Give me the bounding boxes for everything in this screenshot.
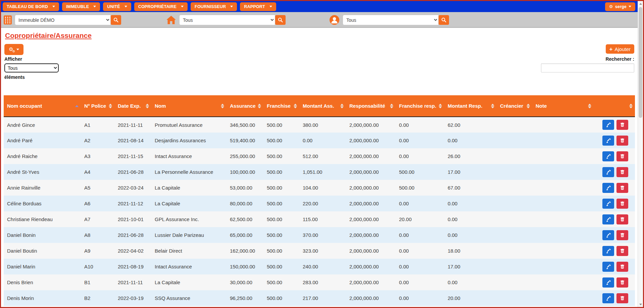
- trash-icon: [620, 280, 625, 285]
- length-select[interactable]: Tous: [4, 63, 59, 72]
- cell-montant-resp: 0.00: [444, 196, 497, 211]
- header-franchise[interactable]: Franchise: [263, 95, 299, 117]
- nav-rapport[interactable]: RAPPORT: [240, 2, 276, 11]
- trash-icon: [620, 186, 625, 190]
- cell-responsabilite: 2,000,000.00: [346, 211, 396, 227]
- length-label-before: Afficher: [4, 56, 59, 62]
- edit-button[interactable]: [602, 199, 614, 209]
- cell-nom-occupant: Daniel Boutin: [4, 243, 81, 259]
- header-franchise-resp[interactable]: Franchise resp.: [396, 95, 444, 117]
- header-note[interactable]: Note: [532, 95, 594, 117]
- cell-responsabilite: 2,000,000.00: [346, 227, 396, 243]
- delete-button[interactable]: [616, 293, 628, 303]
- header-actions[interactable]: [594, 95, 635, 117]
- header-date-exp[interactable]: Date Exp.: [114, 95, 151, 117]
- scroll-up-arrow[interactable]: [638, 1, 643, 6]
- cell-montant-ass: 370.00: [299, 227, 346, 243]
- header-no-police[interactable]: N° Police: [81, 95, 114, 117]
- edit-button[interactable]: [602, 167, 614, 177]
- cell-creancier: [497, 164, 532, 180]
- header-montant-ass[interactable]: Montant Ass.: [299, 95, 346, 117]
- cell-no-police: A5: [81, 180, 114, 196]
- cell-montant-resp: 0.00: [444, 133, 497, 148]
- trash-icon: [620, 233, 625, 238]
- nav-coproprietaire[interactable]: COPROPRIÉTAIRE: [134, 2, 188, 11]
- nav-label: RAPPORT: [244, 4, 265, 9]
- cell-franchise-resp: 20.00: [396, 211, 444, 227]
- vertical-scrollbar[interactable]: [638, 1, 643, 307]
- nav-label: COPROPRIÉTAIRE: [138, 4, 177, 9]
- cell-no-police: A7: [81, 211, 114, 227]
- header-montant-resp[interactable]: Montant Resp.: [444, 95, 497, 117]
- cell-montant-resp: 62.00: [444, 117, 497, 133]
- nav-tableau-de-bord[interactable]: TABLEAU DE BORD: [3, 2, 59, 11]
- cell-note: [532, 117, 594, 133]
- delete-button[interactable]: [616, 246, 628, 256]
- delete-button[interactable]: [616, 230, 628, 240]
- cell-nom-occupant: Annie Rainville: [4, 180, 81, 196]
- building-search-button[interactable]: [111, 15, 121, 25]
- delete-button[interactable]: [616, 136, 628, 146]
- unit-select[interactable]: Tous: [180, 15, 275, 25]
- trash-icon: [620, 264, 625, 269]
- cell-nom: Desjardins Assurances: [151, 133, 227, 148]
- header-creancier[interactable]: Créancier: [497, 95, 532, 117]
- scroll-down-arrow[interactable]: [638, 302, 643, 307]
- delete-button[interactable]: [616, 199, 628, 209]
- cell-nom-occupant: André St-Yves: [4, 164, 81, 180]
- cell-assurance: 96,250.00: [227, 290, 263, 306]
- cell-date-exp: 2021-06-28: [114, 164, 151, 180]
- delete-button[interactable]: [616, 214, 628, 224]
- cell-nom: Intact Assurance: [151, 259, 227, 274]
- table-row: Denis Morin B2 2022-03-19 SSQ Assurance …: [4, 290, 635, 306]
- page-title-link[interactable]: Copropriétaire/Assurance: [5, 32, 92, 40]
- header-nom-occupant[interactable]: Nom occupant: [4, 95, 81, 117]
- cell-montant-ass: 220.00: [299, 196, 346, 211]
- edit-button[interactable]: [602, 293, 614, 303]
- add-button[interactable]: + Ajouter: [606, 44, 634, 54]
- delete-button[interactable]: [616, 262, 628, 272]
- nav-fournisseur[interactable]: FOURNISSEUR: [191, 2, 237, 11]
- table-search-input[interactable]: [541, 63, 634, 72]
- header-nom[interactable]: Nom: [151, 95, 227, 117]
- delete-button[interactable]: [616, 120, 628, 130]
- delete-button[interactable]: [616, 277, 628, 288]
- table-row: Daniel Marin A10 2021-08-19 Intact Assur…: [4, 259, 635, 274]
- scrollbar-thumb[interactable]: [639, 7, 642, 118]
- edit-button[interactable]: [602, 214, 614, 224]
- edit-button[interactable]: [602, 230, 614, 240]
- edit-button[interactable]: [602, 246, 614, 256]
- cell-montant-ass: 323.00: [299, 243, 346, 259]
- cell-no-police: A8: [81, 227, 114, 243]
- edit-button[interactable]: [602, 262, 614, 272]
- delete-button[interactable]: [616, 167, 628, 177]
- settings-dropdown-button[interactable]: ⚙⚙: [4, 44, 23, 55]
- edit-button[interactable]: [602, 120, 614, 130]
- table-row: Céline Borduas A6 2021-11-12 La Capitale…: [4, 196, 635, 211]
- cell-actions: [594, 148, 635, 164]
- owner-search-button[interactable]: [439, 15, 449, 25]
- edit-button[interactable]: [602, 136, 614, 146]
- nav-immeuble[interactable]: IMMEUBLE: [62, 2, 100, 11]
- edit-button[interactable]: [602, 151, 614, 161]
- cell-montant-resp: 67.00: [444, 180, 497, 196]
- cell-creancier: [497, 227, 532, 243]
- pencil-icon: [606, 233, 611, 238]
- delete-button[interactable]: [616, 183, 628, 193]
- unit-search-button[interactable]: [275, 15, 286, 25]
- edit-button[interactable]: [602, 183, 614, 193]
- pencil-icon: [606, 186, 611, 190]
- home-icon: [166, 15, 176, 24]
- cell-montant-resp: 18.00: [444, 243, 497, 259]
- building-select[interactable]: Immeuble DÉMO: [15, 15, 110, 25]
- edit-button[interactable]: [602, 277, 614, 288]
- delete-button[interactable]: [616, 151, 628, 161]
- page-content: Copropriétaire/Assurance ⚙⚙ + Ajouter Af…: [1, 28, 638, 307]
- owner-select[interactable]: Tous: [343, 15, 438, 25]
- pencil-icon: [606, 138, 611, 143]
- cell-nom: Belair Direct: [151, 243, 227, 259]
- header-responsabilite[interactable]: Responsabilité: [346, 95, 396, 117]
- header-assurance[interactable]: Assurance: [227, 95, 263, 117]
- user-menu-button[interactable]: ⚙ serge: [605, 2, 635, 11]
- nav-unite[interactable]: UNITÉ: [103, 2, 131, 11]
